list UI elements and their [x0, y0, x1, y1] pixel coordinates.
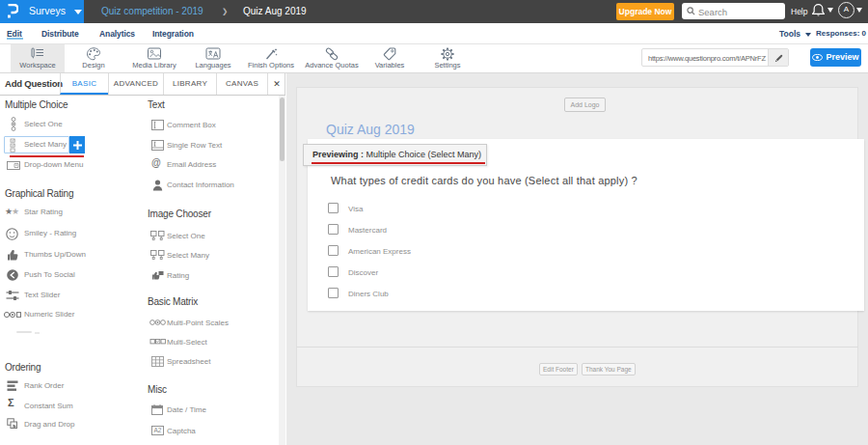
svg-text:A2: A2 [154, 427, 162, 433]
